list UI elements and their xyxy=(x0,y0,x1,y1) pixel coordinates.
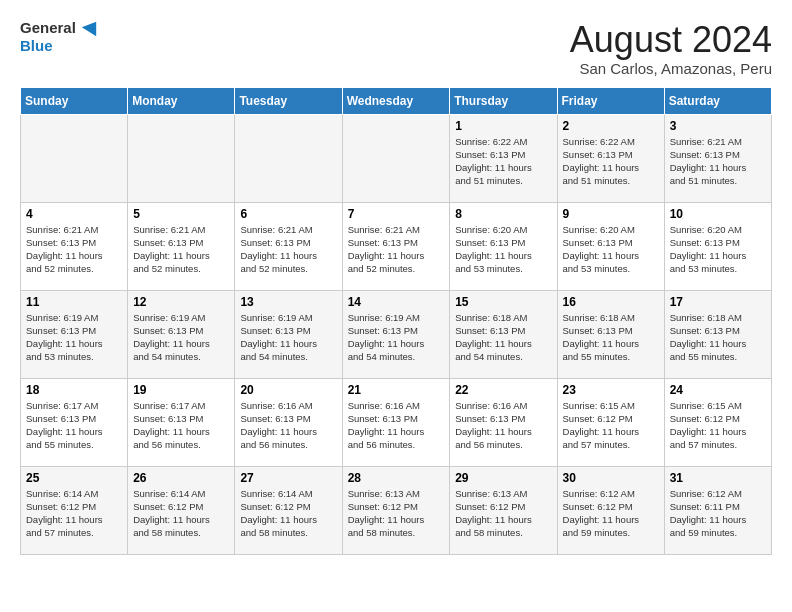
days-header-row: SundayMondayTuesdayWednesdayThursdayFrid… xyxy=(21,87,772,114)
logo-chevron-icon xyxy=(80,20,98,38)
day-number: 3 xyxy=(670,119,766,133)
calendar-cell xyxy=(235,114,342,202)
day-info: Sunrise: 6:21 AMSunset: 6:13 PMDaylight:… xyxy=(133,223,229,276)
calendar-cell: 26Sunrise: 6:14 AMSunset: 6:12 PMDayligh… xyxy=(128,466,235,554)
day-number: 19 xyxy=(133,383,229,397)
day-info: Sunrise: 6:18 AMSunset: 6:13 PMDaylight:… xyxy=(563,311,659,364)
day-info: Sunrise: 6:19 AMSunset: 6:13 PMDaylight:… xyxy=(240,311,336,364)
calendar-cell: 15Sunrise: 6:18 AMSunset: 6:13 PMDayligh… xyxy=(450,290,557,378)
day-info: Sunrise: 6:12 AMSunset: 6:12 PMDaylight:… xyxy=(563,487,659,540)
day-info: Sunrise: 6:21 AMSunset: 6:13 PMDaylight:… xyxy=(670,135,766,188)
day-number: 11 xyxy=(26,295,122,309)
calendar-table: SundayMondayTuesdayWednesdayThursdayFrid… xyxy=(20,87,772,555)
calendar-cell: 31Sunrise: 6:12 AMSunset: 6:11 PMDayligh… xyxy=(664,466,771,554)
day-info: Sunrise: 6:14 AMSunset: 6:12 PMDaylight:… xyxy=(133,487,229,540)
day-number: 6 xyxy=(240,207,336,221)
day-info: Sunrise: 6:15 AMSunset: 6:12 PMDaylight:… xyxy=(563,399,659,452)
svg-marker-0 xyxy=(82,22,96,36)
day-info: Sunrise: 6:13 AMSunset: 6:12 PMDaylight:… xyxy=(348,487,445,540)
day-info: Sunrise: 6:17 AMSunset: 6:13 PMDaylight:… xyxy=(133,399,229,452)
day-info: Sunrise: 6:19 AMSunset: 6:13 PMDaylight:… xyxy=(26,311,122,364)
day-info: Sunrise: 6:21 AMSunset: 6:13 PMDaylight:… xyxy=(348,223,445,276)
day-header-wednesday: Wednesday xyxy=(342,87,450,114)
day-number: 16 xyxy=(563,295,659,309)
calendar-cell: 19Sunrise: 6:17 AMSunset: 6:13 PMDayligh… xyxy=(128,378,235,466)
day-number: 18 xyxy=(26,383,122,397)
calendar-cell: 10Sunrise: 6:20 AMSunset: 6:13 PMDayligh… xyxy=(664,202,771,290)
page-header: General Blue August 2024 San Carlos, Ama… xyxy=(20,20,772,77)
calendar-cell: 30Sunrise: 6:12 AMSunset: 6:12 PMDayligh… xyxy=(557,466,664,554)
calendar-cell: 13Sunrise: 6:19 AMSunset: 6:13 PMDayligh… xyxy=(235,290,342,378)
day-info: Sunrise: 6:22 AMSunset: 6:13 PMDaylight:… xyxy=(563,135,659,188)
calendar-cell xyxy=(21,114,128,202)
day-info: Sunrise: 6:19 AMSunset: 6:13 PMDaylight:… xyxy=(348,311,445,364)
day-number: 8 xyxy=(455,207,551,221)
month-title: August 2024 xyxy=(570,20,772,60)
day-header-sunday: Sunday xyxy=(21,87,128,114)
calendar-cell: 17Sunrise: 6:18 AMSunset: 6:13 PMDayligh… xyxy=(664,290,771,378)
day-number: 10 xyxy=(670,207,766,221)
day-info: Sunrise: 6:20 AMSunset: 6:13 PMDaylight:… xyxy=(455,223,551,276)
day-number: 17 xyxy=(670,295,766,309)
day-info: Sunrise: 6:16 AMSunset: 6:13 PMDaylight:… xyxy=(348,399,445,452)
day-info: Sunrise: 6:21 AMSunset: 6:13 PMDaylight:… xyxy=(240,223,336,276)
day-number: 12 xyxy=(133,295,229,309)
day-number: 22 xyxy=(455,383,551,397)
calendar-cell: 25Sunrise: 6:14 AMSunset: 6:12 PMDayligh… xyxy=(21,466,128,554)
day-info: Sunrise: 6:22 AMSunset: 6:13 PMDaylight:… xyxy=(455,135,551,188)
day-header-monday: Monday xyxy=(128,87,235,114)
day-info: Sunrise: 6:18 AMSunset: 6:13 PMDaylight:… xyxy=(670,311,766,364)
day-info: Sunrise: 6:14 AMSunset: 6:12 PMDaylight:… xyxy=(26,487,122,540)
calendar-cell: 18Sunrise: 6:17 AMSunset: 6:13 PMDayligh… xyxy=(21,378,128,466)
day-info: Sunrise: 6:18 AMSunset: 6:13 PMDaylight:… xyxy=(455,311,551,364)
day-number: 27 xyxy=(240,471,336,485)
day-info: Sunrise: 6:16 AMSunset: 6:13 PMDaylight:… xyxy=(240,399,336,452)
calendar-cell xyxy=(342,114,450,202)
calendar-cell: 6Sunrise: 6:21 AMSunset: 6:13 PMDaylight… xyxy=(235,202,342,290)
logo: General Blue xyxy=(20,20,98,55)
day-number: 1 xyxy=(455,119,551,133)
day-number: 7 xyxy=(348,207,445,221)
calendar-cell: 22Sunrise: 6:16 AMSunset: 6:13 PMDayligh… xyxy=(450,378,557,466)
calendar-cell: 28Sunrise: 6:13 AMSunset: 6:12 PMDayligh… xyxy=(342,466,450,554)
day-info: Sunrise: 6:20 AMSunset: 6:13 PMDaylight:… xyxy=(563,223,659,276)
calendar-cell: 4Sunrise: 6:21 AMSunset: 6:13 PMDaylight… xyxy=(21,202,128,290)
location: San Carlos, Amazonas, Peru xyxy=(570,60,772,77)
calendar-cell: 11Sunrise: 6:19 AMSunset: 6:13 PMDayligh… xyxy=(21,290,128,378)
calendar-cell: 9Sunrise: 6:20 AMSunset: 6:13 PMDaylight… xyxy=(557,202,664,290)
week-row-3: 11Sunrise: 6:19 AMSunset: 6:13 PMDayligh… xyxy=(21,290,772,378)
calendar-cell: 14Sunrise: 6:19 AMSunset: 6:13 PMDayligh… xyxy=(342,290,450,378)
day-number: 29 xyxy=(455,471,551,485)
day-info: Sunrise: 6:13 AMSunset: 6:12 PMDaylight:… xyxy=(455,487,551,540)
day-number: 24 xyxy=(670,383,766,397)
calendar-cell: 7Sunrise: 6:21 AMSunset: 6:13 PMDaylight… xyxy=(342,202,450,290)
day-info: Sunrise: 6:15 AMSunset: 6:12 PMDaylight:… xyxy=(670,399,766,452)
calendar-cell: 2Sunrise: 6:22 AMSunset: 6:13 PMDaylight… xyxy=(557,114,664,202)
day-number: 28 xyxy=(348,471,445,485)
day-number: 20 xyxy=(240,383,336,397)
day-header-tuesday: Tuesday xyxy=(235,87,342,114)
day-number: 14 xyxy=(348,295,445,309)
calendar-cell: 1Sunrise: 6:22 AMSunset: 6:13 PMDaylight… xyxy=(450,114,557,202)
day-info: Sunrise: 6:17 AMSunset: 6:13 PMDaylight:… xyxy=(26,399,122,452)
calendar-cell: 12Sunrise: 6:19 AMSunset: 6:13 PMDayligh… xyxy=(128,290,235,378)
day-number: 5 xyxy=(133,207,229,221)
day-header-saturday: Saturday xyxy=(664,87,771,114)
logo-blue: Blue xyxy=(20,38,98,55)
day-number: 26 xyxy=(133,471,229,485)
day-number: 9 xyxy=(563,207,659,221)
calendar-cell: 16Sunrise: 6:18 AMSunset: 6:13 PMDayligh… xyxy=(557,290,664,378)
day-header-friday: Friday xyxy=(557,87,664,114)
calendar-cell: 23Sunrise: 6:15 AMSunset: 6:12 PMDayligh… xyxy=(557,378,664,466)
calendar-cell: 27Sunrise: 6:14 AMSunset: 6:12 PMDayligh… xyxy=(235,466,342,554)
calendar-cell: 29Sunrise: 6:13 AMSunset: 6:12 PMDayligh… xyxy=(450,466,557,554)
day-info: Sunrise: 6:20 AMSunset: 6:13 PMDaylight:… xyxy=(670,223,766,276)
day-number: 30 xyxy=(563,471,659,485)
calendar-cell xyxy=(128,114,235,202)
logo-general: General xyxy=(20,20,98,38)
week-row-5: 25Sunrise: 6:14 AMSunset: 6:12 PMDayligh… xyxy=(21,466,772,554)
calendar-cell: 20Sunrise: 6:16 AMSunset: 6:13 PMDayligh… xyxy=(235,378,342,466)
day-info: Sunrise: 6:19 AMSunset: 6:13 PMDaylight:… xyxy=(133,311,229,364)
day-info: Sunrise: 6:21 AMSunset: 6:13 PMDaylight:… xyxy=(26,223,122,276)
day-number: 2 xyxy=(563,119,659,133)
